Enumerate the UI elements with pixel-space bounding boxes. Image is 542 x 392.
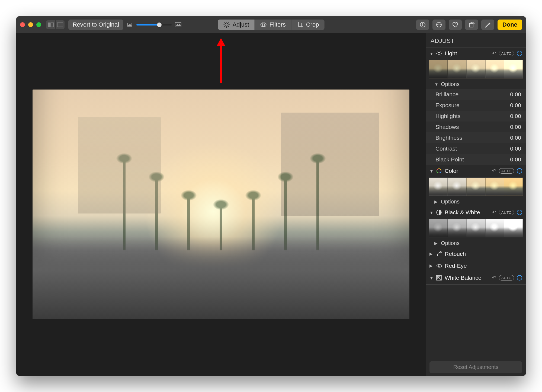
reset-label: Reset Adjustments [453, 364, 499, 370]
bw-preview-thumb[interactable] [429, 219, 448, 237]
light-preview-thumb[interactable] [466, 60, 485, 78]
auto-bw-button[interactable]: AUTO [499, 210, 514, 215]
auto-color-button[interactable]: AUTO [499, 168, 514, 174]
section-retouch-header[interactable]: ▶ Retouch [426, 248, 526, 260]
fullscreen-window-button[interactable] [36, 22, 41, 27]
row-shadows[interactable]: Shadows0.00 [426, 122, 526, 132]
bw-enable-ring[interactable] [517, 210, 522, 215]
color-preview-thumb[interactable] [466, 177, 485, 196]
section-light-header[interactable]: ▼ Light ↶ AUTO [426, 47, 526, 59]
section-bw-label: Black & White [445, 209, 480, 216]
row-label: Exposure [435, 102, 460, 109]
row-value: 0.00 [510, 156, 521, 163]
light-enable-ring[interactable] [517, 51, 522, 56]
light-preview-thumb[interactable] [448, 60, 466, 78]
color-preview-thumb[interactable] [485, 177, 504, 196]
done-button[interactable]: Done [498, 20, 522, 30]
chevron-down-icon: ▼ [429, 169, 433, 173]
tab-adjust[interactable]: Adjust [218, 20, 255, 30]
undo-light-button[interactable]: ↶ [492, 50, 496, 56]
zoom-thumb[interactable] [157, 23, 162, 27]
whitebalance-icon [436, 275, 442, 281]
svg-point-22 [437, 24, 438, 25]
row-brilliance[interactable]: Brilliance0.00 [426, 89, 526, 100]
more-button[interactable] [432, 20, 445, 30]
tab-crop[interactable]: Crop [291, 20, 325, 30]
auto-light-button[interactable]: AUTO [499, 51, 514, 56]
bw-preview-thumb[interactable] [485, 219, 504, 237]
color-options-label: Options [441, 199, 460, 205]
light-preview-strip[interactable] [426, 59, 526, 79]
section-color-header[interactable]: ▼ Color ↶ AUTO [426, 165, 526, 177]
row-exposure[interactable]: Exposure0.00 [426, 100, 526, 111]
light-options-label: Options [441, 81, 460, 87]
color-preview-thumb[interactable] [429, 177, 448, 196]
row-contrast[interactable]: Contrast0.00 [426, 143, 526, 154]
zoom-out-icon [127, 23, 133, 27]
reset-adjustments-button[interactable]: Reset Adjustments [429, 361, 522, 373]
bw-preview-thumb[interactable] [466, 219, 485, 237]
section-bw-header[interactable]: ▼ Black & White ↶ AUTO [426, 206, 526, 218]
bw-preview-thumb[interactable] [504, 219, 523, 237]
tab-filters[interactable]: Filters [255, 20, 291, 30]
color-preview-thumb[interactable] [448, 177, 466, 196]
section-redeye-header[interactable]: ▶ Red-Eye [426, 260, 526, 272]
svg-line-13 [228, 26, 229, 27]
wb-enable-ring[interactable] [517, 275, 522, 281]
svg-point-28 [438, 52, 440, 55]
view-mode-segment [46, 20, 65, 29]
color-icon [436, 168, 442, 174]
auto-enhance-button[interactable] [481, 20, 494, 30]
row-value: 0.00 [510, 124, 521, 130]
favorite-button[interactable] [449, 20, 462, 30]
bw-preview-thumb[interactable] [448, 219, 466, 237]
svg-marker-27 [217, 38, 225, 46]
tab-crop-label: Crop [306, 21, 319, 28]
info-button[interactable] [416, 20, 429, 30]
revert-button[interactable]: Revert to Original [68, 20, 123, 30]
filmstrip-view-button[interactable] [46, 20, 55, 29]
row-value: 0.00 [510, 113, 521, 119]
photo-canvas[interactable] [16, 33, 426, 376]
bw-icon [436, 209, 442, 215]
svg-point-19 [422, 23, 423, 24]
crop-icon [297, 21, 303, 28]
chevron-right-icon: ▶ [429, 263, 433, 268]
minimize-window-button[interactable] [28, 22, 33, 27]
svg-line-33 [437, 52, 438, 52]
light-preview-thumb[interactable] [429, 60, 448, 78]
color-preview-strip[interactable] [426, 177, 526, 196]
auto-wb-button[interactable]: AUTO [499, 275, 514, 281]
undo-bw-button[interactable]: ↶ [492, 209, 496, 215]
panel-title: ADJUST [426, 33, 526, 47]
row-value: 0.00 [510, 102, 521, 109]
light-preview-thumb[interactable] [504, 60, 523, 78]
row-label: Brilliance [435, 91, 458, 98]
tab-adjust-label: Adjust [233, 21, 249, 28]
light-options-toggle[interactable]: ▼ Options [426, 79, 526, 89]
color-preview-thumb[interactable] [504, 177, 523, 196]
bw-preview-strip[interactable] [426, 218, 526, 238]
single-view-button[interactable] [55, 20, 65, 29]
row-label: Black Point [435, 156, 464, 163]
svg-line-36 [441, 52, 441, 52]
section-wb-header[interactable]: ▼ White Balance ↶ AUTO [426, 272, 526, 284]
light-preview-thumb[interactable] [485, 60, 504, 78]
zoom-slider[interactable] [127, 22, 182, 27]
bw-options-toggle[interactable]: ▶ Options [426, 238, 526, 248]
row-brightness[interactable]: Brightness0.00 [426, 132, 526, 143]
undo-wb-button[interactable]: ↶ [492, 275, 496, 281]
close-window-button[interactable] [20, 22, 25, 27]
color-enable-ring[interactable] [517, 168, 522, 174]
bw-options-label: Options [441, 240, 460, 246]
row-label: Shadows [435, 124, 459, 130]
rotate-button[interactable] [465, 20, 478, 30]
color-options-toggle[interactable]: ▶ Options [426, 196, 526, 206]
row-highlights[interactable]: Highlights0.00 [426, 111, 526, 122]
undo-color-button[interactable]: ↶ [492, 168, 496, 174]
row-black-point[interactable]: Black Point0.00 [426, 154, 526, 165]
window-controls [20, 22, 41, 27]
adjust-panel-scroll[interactable]: ▼ Light ↶ AUTO [426, 47, 526, 359]
svg-point-43 [437, 255, 438, 256]
zoom-track[interactable] [136, 24, 172, 26]
